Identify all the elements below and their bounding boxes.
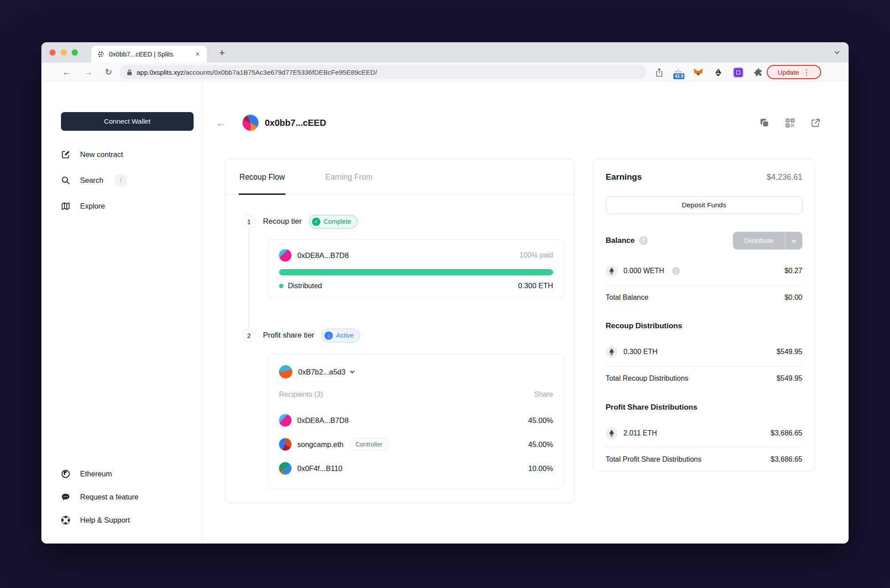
- main-area: ← 0x0bb7...cEED: [202, 81, 849, 544]
- recipient-row: 0x0F4f...B110 10.00%: [279, 456, 553, 480]
- sidebar-footer: Ethereum Request a feature: [61, 467, 138, 527]
- zoom-window-button[interactable]: [72, 49, 78, 56]
- pencil-square-icon: [61, 150, 70, 159]
- profit-split-header[interactable]: 0xB7b2...a5d3: [279, 365, 553, 379]
- split-address[interactable]: 0xB7b2...a5d3: [298, 368, 345, 376]
- tab-recoup-flow[interactable]: Recoup Flow: [239, 159, 285, 195]
- total-balance-value: $0.00: [785, 294, 802, 302]
- forward-button[interactable]: →: [81, 65, 95, 79]
- token-amount: 2.011 ETH: [623, 429, 657, 437]
- recipient-name[interactable]: 0x0F4f...B110: [297, 464, 343, 473]
- sidebar-item-help-support[interactable]: Help & Support: [61, 513, 138, 527]
- minimize-window-button[interactable]: [61, 49, 67, 56]
- status-badge-active: ↓ Active: [321, 329, 360, 342]
- total-balance-row: Total Balance $0.00: [606, 289, 802, 306]
- qr-code-icon[interactable]: [783, 116, 797, 129]
- tab-close-icon[interactable]: ×: [194, 50, 202, 59]
- window-controls: [49, 49, 78, 56]
- share-icon[interactable]: [653, 66, 665, 79]
- sidebar-item-explore[interactable]: Explore: [61, 199, 127, 213]
- recipient-name[interactable]: songcamp.eth: [297, 440, 344, 449]
- recipient-avatar: [279, 462, 291, 475]
- extensions-puzzle-icon[interactable]: [752, 66, 765, 79]
- purple-extension-icon[interactable]: [732, 66, 744, 79]
- browser-window: 0x0bb7...cEED | Splits × + ← → ↻ app.0xs…: [41, 42, 849, 544]
- split-avatar: [279, 365, 292, 379]
- weth-info-icon[interactable]: i: [672, 267, 680, 275]
- recipient-avatar: [279, 249, 291, 262]
- page-back-arrow[interactable]: ←: [216, 115, 227, 131]
- copy-address-icon[interactable]: [758, 116, 771, 129]
- recoup-progress-bar: [279, 269, 553, 275]
- recipients-count-label: Recipients (3): [279, 391, 323, 399]
- divider: [606, 285, 802, 286]
- paid-percentage-label: 100% paid: [519, 251, 553, 259]
- metamask-extension-icon[interactable]: [692, 66, 704, 79]
- token-usd-value: $3,686.65: [771, 429, 802, 437]
- url-domain: app.0xsplits.xyz: [137, 68, 184, 76]
- earnings-panel: Earnings $4,236.61 Deposit Funds Balance…: [593, 159, 815, 471]
- distribute-chevron-icon[interactable]: [785, 240, 802, 242]
- extension-badge: 43.9: [673, 73, 684, 79]
- sidebar-item-request-feature[interactable]: Request a feature: [61, 490, 138, 504]
- sail-extension-icon[interactable]: [712, 66, 724, 79]
- sidebar-item-label: Search: [80, 176, 103, 185]
- new-tab-button[interactable]: +: [215, 46, 229, 60]
- sidebar-item-search[interactable]: Search /: [61, 173, 127, 187]
- url-text: app.0xsplits.xyz/accounts/0x0bb7a1B75Ac3…: [137, 68, 377, 76]
- flow-tabs: Recoup Flow Earning From: [225, 159, 574, 195]
- balance-help-icon[interactable]: ?: [639, 236, 648, 245]
- divider: [606, 447, 802, 448]
- browser-menu-kebab-icon[interactable]: ⋮: [803, 68, 810, 77]
- url-path: /accounts/0x0bb7a1B75Ac3e679d77E5336fDEB…: [184, 68, 377, 76]
- life-ring-icon: [61, 516, 70, 525]
- recipient-address[interactable]: 0xDE8A...B7D8: [297, 251, 349, 260]
- search-icon: [61, 176, 70, 185]
- connect-wallet-button[interactable]: Connect Wallet: [61, 112, 194, 131]
- tab-search-chevron-icon[interactable]: [834, 49, 839, 54]
- sidebar: Connect Wallet New contract: [41, 81, 202, 544]
- total-recoup-label: Total Recoup Distributions: [606, 375, 688, 383]
- reload-button[interactable]: ↻: [102, 65, 115, 79]
- back-button[interactable]: ←: [60, 65, 73, 79]
- chevron-down-icon[interactable]: [350, 369, 355, 374]
- profit-share-card: 0xB7b2...a5d3 Recipients (3) Share 0xDE8…: [268, 354, 564, 488]
- recipient-avatar: [279, 414, 291, 427]
- tab-title: 0x0bb7...cEED | Splits: [109, 51, 194, 58]
- token-usd-value: $549.95: [777, 348, 802, 356]
- distribute-label: Distribute: [733, 237, 785, 245]
- step-recoup-tier: 1 Recoup tier ✓ Complete: [242, 214, 357, 229]
- token-usd-value: $0.27: [785, 267, 802, 275]
- deposit-funds-button[interactable]: Deposit Funds: [606, 196, 802, 214]
- step-number: 1: [242, 215, 256, 229]
- page-header: ← 0x0bb7...cEED: [202, 115, 849, 131]
- recipient-name[interactable]: 0xDE8A...B7D8: [297, 416, 349, 425]
- browser-tab[interactable]: 0x0bb7...cEED | Splits ×: [91, 46, 207, 63]
- tab-earning-from[interactable]: Earning From: [325, 159, 372, 195]
- address-bar[interactable]: app.0xsplits.xyz/accounts/0x0bb7a1B75Ac3…: [120, 65, 647, 79]
- sidebar-item-new-contract[interactable]: New contract: [61, 147, 127, 161]
- sidebar-item-network[interactable]: Ethereum: [61, 467, 138, 481]
- distribute-button[interactable]: Distribute: [733, 232, 802, 250]
- status-badge-complete: ✓ Complete: [309, 215, 357, 229]
- recoup-flow-card: Recoup Flow Earning From 1 Recoup tier ✓…: [225, 159, 574, 503]
- recoup-distributions-title: Recoup Distributions: [606, 322, 682, 330]
- browser-toolbar: ← → ↻ app.0xsplits.xyz/accounts/0x0bb7a1…: [41, 63, 849, 81]
- update-button[interactable]: Update ⋮: [767, 65, 821, 79]
- recipient-share: 45.00%: [528, 416, 553, 425]
- close-window-button[interactable]: [49, 49, 56, 56]
- recoup-progress-fill: [279, 269, 553, 275]
- recipient-row: 0xDE8A...B7D8 45.00%: [279, 408, 553, 432]
- total-recoup-row: Total Recoup Distributions $549.95: [606, 370, 802, 387]
- eth-token-icon: [606, 427, 618, 439]
- earnings-total: $4,236.61: [767, 173, 802, 182]
- recipient-share: 45.00%: [528, 440, 553, 449]
- profit-distributions-title: Profit Share Distributions: [606, 403, 697, 412]
- sidebar-item-label: Ethereum: [80, 470, 112, 478]
- eth-token-icon: [606, 265, 618, 277]
- token-amount: 0.300 ETH: [623, 348, 657, 356]
- total-profit-row: Total Profit Share Distributions $3,686.…: [606, 451, 802, 468]
- external-link-icon[interactable]: [809, 116, 822, 129]
- update-label: Update: [777, 68, 799, 76]
- earnings-title: Earnings: [606, 172, 642, 182]
